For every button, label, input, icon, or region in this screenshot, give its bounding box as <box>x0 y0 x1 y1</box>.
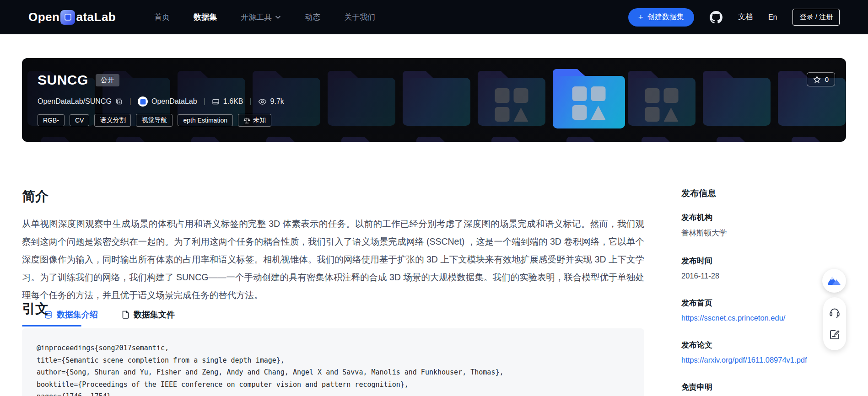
dataset-hero-banner: SUNCG 公开 OpenDataLab/SUNCG | OpenDataLab… <box>22 58 846 142</box>
tag-visual-navigation[interactable]: 视觉导航 <box>136 114 173 127</box>
org-chip[interactable]: OpenDataLab <box>138 96 197 107</box>
tag-license-unknown[interactable]: 未知 <box>238 114 271 127</box>
citation-line: title={Semantic scene completion from a … <box>37 354 630 367</box>
disclaimer-label: 免责申明 <box>681 382 851 392</box>
language-toggle[interactable]: En <box>768 13 777 21</box>
nav-links: 首页 数据集 开源工具 动态 关于我们 <box>154 12 375 22</box>
citation-line: pages={1746--1754}, <box>37 391 630 396</box>
publish-info-heading: 发布信息 <box>681 187 851 199</box>
nav-link-datasets[interactable]: 数据集 <box>194 12 217 22</box>
nav-link-home[interactable]: 首页 <box>154 12 170 22</box>
nav-link-tools[interactable]: 开源工具 <box>241 12 281 22</box>
nav-link-docs[interactable]: 文档 <box>738 12 753 22</box>
plus-icon: + <box>638 13 643 21</box>
help-widget <box>823 297 846 350</box>
paper-link[interactable]: https://arxiv.org/pdf/1611.08974v1.pdf <box>681 356 851 364</box>
publish-date-label: 发布时间 <box>681 256 851 266</box>
create-dataset-button[interactable]: + 创建数据集 <box>628 8 694 27</box>
opendatalab-logo[interactable]: Open ataLab <box>28 10 116 25</box>
file-icon <box>122 310 129 319</box>
dataset-size: 1.6KB <box>223 97 243 106</box>
citation-line: booktitle={Proceedings of the IEEE confe… <box>37 379 630 391</box>
intro-paragraph: 从单视图深度图观察中生成场景的体积占用和语义标签的完整 3D 体素表示的任务。以… <box>22 215 644 304</box>
publisher-org-value: 普林斯顿大学 <box>681 228 851 238</box>
views-eye-icon <box>258 98 267 105</box>
citation-line: author={Song, Shuran and Yu, Fisher and … <box>37 366 630 379</box>
views-count: 9.7k <box>270 97 284 106</box>
logo-text-open: Open <box>28 10 59 24</box>
dataset-title: SUNCG <box>38 72 88 88</box>
publisher-org-label: 发布机构 <box>681 212 851 223</box>
visibility-badge: 公开 <box>96 74 119 86</box>
dataset-meta-row: OpenDataLab/SUNCG | OpenDataLab | 1.6KB … <box>38 96 284 107</box>
star-button[interactable]: 0 <box>807 72 835 86</box>
citation-code-block[interactable]: @inproceedings{song2017semantic, title={… <box>22 328 644 396</box>
license-scales-icon <box>243 117 250 124</box>
tag-rgb[interactable]: RGB- <box>38 114 65 126</box>
top-navbar: Open ataLab 首页 数据集 开源工具 动态 关于我们 + 创建数据集 … <box>0 0 868 34</box>
citation-heading: 引文 <box>22 300 49 318</box>
support-headset-icon[interactable] <box>829 307 841 319</box>
chevron-down-icon <box>275 15 281 19</box>
storage-icon <box>212 98 220 106</box>
repo-path: OpenDataLab/SUNCG <box>38 97 112 106</box>
opendatalab-float-button[interactable] <box>822 269 846 293</box>
copy-icon[interactable] <box>115 98 123 106</box>
login-register-button[interactable]: 登录 / 注册 <box>793 9 840 26</box>
publish-info-sidebar: 发布信息 发布机构 普林斯顿大学 发布时间 2016-11-28 发布首页 ht… <box>681 187 851 396</box>
nav-right-group: + 创建数据集 文档 En 登录 / 注册 <box>628 8 840 27</box>
logo-text-rest: ataLab <box>76 10 116 24</box>
tag-depth-estimation[interactable]: epth Estimation <box>178 114 233 126</box>
active-tab-underline <box>22 325 81 326</box>
citation-line: @inproceedings{song2017semantic, <box>37 342 630 354</box>
dataset-tags: RGB- CV 语义分割 视觉导航 epth Estimation 未知 <box>38 114 271 127</box>
org-logo-icon <box>138 96 148 107</box>
star-count: 0 <box>825 75 829 83</box>
intro-heading: 简介 <box>22 187 49 206</box>
nav-link-about[interactable]: 关于我们 <box>344 12 375 22</box>
tab-dataset-files[interactable]: 数据集文件 <box>122 309 175 326</box>
mountain-logo-icon <box>828 275 841 286</box>
nav-link-news[interactable]: 动态 <box>305 12 320 22</box>
star-icon <box>813 76 821 83</box>
opendatalab-logo-icon <box>60 10 75 25</box>
github-icon[interactable] <box>710 11 722 24</box>
tab-dataset-intro[interactable]: 数据集介绍 <box>44 309 98 326</box>
feedback-edit-icon[interactable] <box>829 329 841 341</box>
tag-semantic-segmentation[interactable]: 语义分割 <box>94 114 131 127</box>
tag-cv[interactable]: CV <box>70 114 89 126</box>
